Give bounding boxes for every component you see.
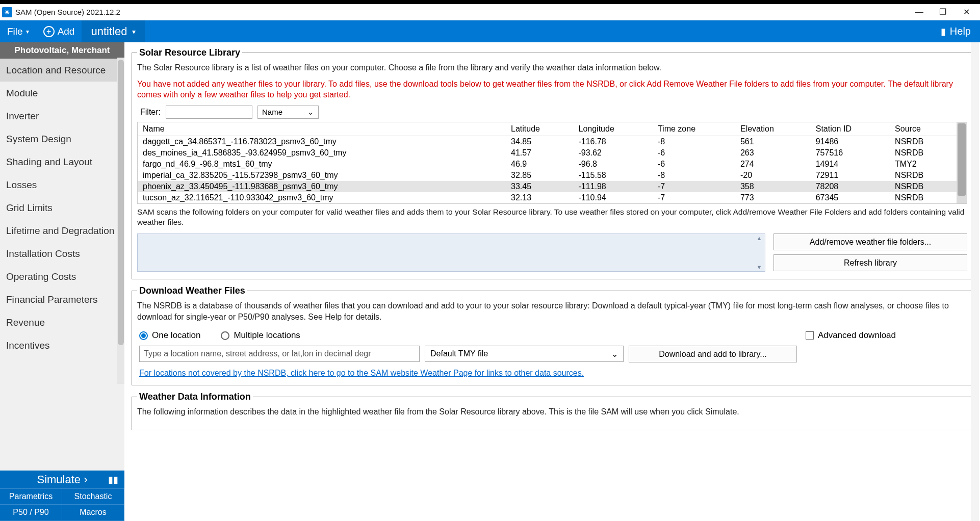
up-arrow-icon[interactable]: ▲: [757, 235, 762, 241]
location-input[interactable]: Type a location name, street address, or…: [139, 346, 420, 362]
table-cell: 773: [735, 192, 811, 203]
checkbox-icon: [806, 331, 814, 340]
multiple-locations-label: Multiple locations: [234, 330, 300, 341]
minimize-button[interactable]: —: [908, 4, 931, 20]
sidebar-scrollbar[interactable]: [117, 58, 124, 384]
column-header[interactable]: Latitude: [506, 122, 573, 136]
table-row[interactable]: tucson_az_32.116521_-110.933042_psmv3_60…: [138, 192, 957, 203]
table-cell: NSRDB: [890, 136, 957, 147]
table-cell: -111.98: [573, 181, 652, 192]
down-arrow-icon[interactable]: ▼: [757, 264, 762, 270]
main-content: Solar Resource Library The Solar Resourc…: [124, 42, 980, 521]
sidebar-item-location-and-resource[interactable]: Location and Resource: [0, 59, 124, 82]
file-menu[interactable]: File ▾: [0, 20, 36, 42]
download-button[interactable]: Download and add to library...: [629, 346, 797, 362]
sidebar-item-system-design[interactable]: System Design: [0, 127, 124, 150]
table-cell: 32.85: [506, 170, 573, 181]
table-cell: NSRDB: [890, 192, 957, 203]
folders-note: SAM scans the following folders on your …: [137, 207, 967, 227]
table-row[interactable]: phoenix_az_33.450495_-111.983688_psmv3_6…: [138, 181, 957, 192]
column-header[interactable]: Time zone: [653, 122, 735, 136]
case-tab[interactable]: untitled ▾: [82, 20, 145, 42]
table-cell: 561: [735, 136, 811, 147]
macros-button[interactable]: Macros: [62, 505, 124, 520]
column-header[interactable]: Station ID: [811, 122, 890, 136]
library-description: The Solar Resource library is a list of …: [137, 62, 967, 73]
refresh-library-button[interactable]: Refresh library: [773, 254, 967, 271]
table-cell: 72911: [811, 170, 890, 181]
simulate-button[interactable]: Simulate › ▮▮: [0, 471, 124, 489]
table-cell: -7: [653, 181, 735, 192]
close-button[interactable]: ✕: [955, 4, 978, 20]
filter-field-select[interactable]: Name ⌄: [257, 106, 319, 119]
sidebar-item-installation-costs[interactable]: Installation Costs: [0, 242, 124, 265]
column-header[interactable]: Name: [138, 122, 506, 136]
one-location-radio[interactable]: One location: [139, 330, 200, 341]
tmy-file-select[interactable]: Default TMY file ⌄: [425, 346, 624, 362]
plus-icon: +: [43, 26, 55, 37]
chevron-down-icon: ▾: [26, 28, 29, 35]
chevron-down-icon: ⌄: [611, 349, 618, 359]
file-menu-label: File: [7, 26, 23, 37]
scrollbar-thumb[interactable]: [118, 60, 124, 345]
table-cell: 91486: [811, 136, 890, 147]
stochastic-button[interactable]: Stochastic: [62, 489, 124, 505]
table-cell: -110.94: [573, 192, 652, 203]
simulate-panel: Simulate › ▮▮ Parametrics Stochastic P50…: [0, 471, 124, 521]
sidebar-item-revenue[interactable]: Revenue: [0, 311, 124, 334]
table-cell: -115.58: [573, 170, 652, 181]
column-header[interactable]: Elevation: [735, 122, 811, 136]
table-cell: -93.62: [573, 147, 652, 159]
sidebar-item-financial-parameters[interactable]: Financial Parameters: [0, 288, 124, 311]
library-warning: You have not added any weather files to …: [137, 79, 967, 100]
content-scrollbar[interactable]: [971, 42, 979, 521]
table-row[interactable]: des_moines_ia_41.586835_-93.624959_psmv3…: [138, 147, 957, 159]
table-cell: 358: [735, 181, 811, 192]
add-button[interactable]: + Add: [36, 20, 82, 42]
filter-input[interactable]: [166, 106, 252, 119]
table-cell: -20: [735, 170, 811, 181]
p50-p90-button[interactable]: P50 / P90: [0, 505, 62, 520]
folder-list-box[interactable]: ▲▼: [137, 233, 765, 272]
sidebar-item-incentives[interactable]: Incentives: [0, 334, 124, 357]
sidebar-item-lifetime-and-degradation[interactable]: Lifetime and Degradation: [0, 219, 124, 242]
column-header[interactable]: Source: [890, 122, 957, 136]
parametrics-button[interactable]: Parametrics: [0, 489, 62, 505]
sidebar-item-operating-costs[interactable]: Operating Costs: [0, 265, 124, 288]
table-cell: 274: [735, 159, 811, 170]
table-cell: NSRDB: [890, 170, 957, 181]
table-cell: NSRDB: [890, 147, 957, 159]
table-cell: 78208: [811, 181, 890, 192]
sidebar-item-shading-and-layout[interactable]: Shading and Layout: [0, 150, 124, 173]
help-button[interactable]: ▮ Help: [932, 20, 980, 42]
table-cell: 757516: [811, 147, 890, 159]
maximize-button[interactable]: ❐: [931, 4, 955, 20]
other-sources-link[interactable]: For locations not covered by the NSRDB, …: [139, 369, 584, 378]
table-cell: 32.13: [506, 192, 573, 203]
table-cell: 34.85: [506, 136, 573, 147]
add-remove-folders-button[interactable]: Add/remove weather file folders...: [773, 233, 967, 250]
table-cell: -6: [653, 147, 735, 159]
table-row[interactable]: imperial_ca_32.835205_-115.572398_psmv3_…: [138, 170, 957, 181]
sidebar-item-losses[interactable]: Losses: [0, 173, 124, 196]
sidebar-item-grid-limits[interactable]: Grid Limits: [0, 196, 124, 219]
table-row[interactable]: daggett_ca_34.865371_-116.783023_psmv3_6…: [138, 136, 957, 147]
table-cell: -7: [653, 192, 735, 203]
table-cell: 263: [735, 147, 811, 159]
scrollbar-thumb[interactable]: [958, 123, 966, 196]
column-header[interactable]: Longitude: [573, 122, 652, 136]
table-scrollbar[interactable]: [957, 122, 967, 203]
weatherinfo-legend: Weather Data Information: [137, 392, 253, 402]
multiple-locations-radio[interactable]: Multiple locations: [221, 330, 300, 341]
table-row[interactable]: fargo_nd_46.9_-96.8_mts1_60_tmy46.9-96.8…: [138, 159, 957, 170]
sidebar-item-inverter[interactable]: Inverter: [0, 105, 124, 127]
sidebar-item-module[interactable]: Module: [0, 82, 124, 105]
advanced-download-checkbox[interactable]: Advanced download: [806, 330, 896, 341]
window-title: SAM (Open Source) 2021.12.2: [15, 8, 120, 16]
table-cell: -8: [653, 170, 735, 181]
radio-dot-icon: [139, 331, 148, 340]
table-cell: 33.45: [506, 181, 573, 192]
menubar: File ▾ + Add untitled ▾ ▮ Help: [0, 20, 980, 42]
weather-file-table: NameLatitudeLongitudeTime zoneElevationS…: [137, 122, 967, 204]
download-description: The NSRDB is a database of thousands of …: [137, 300, 967, 322]
